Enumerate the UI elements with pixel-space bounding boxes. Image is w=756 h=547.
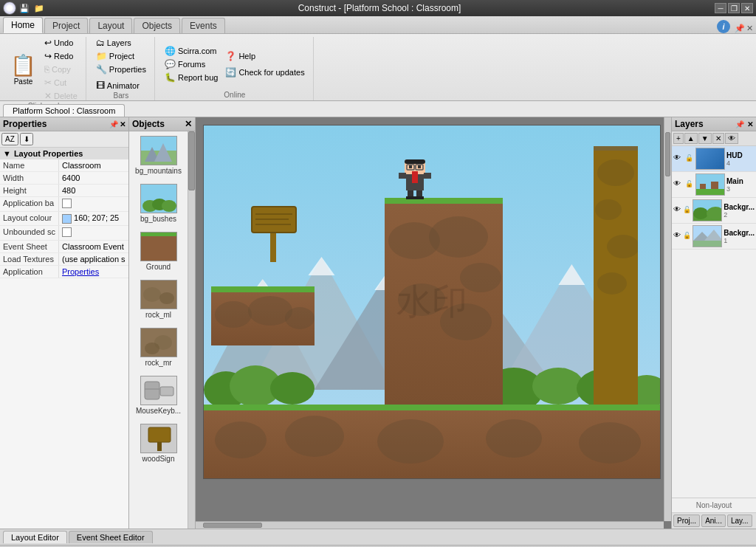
- toolbar-icon-open[interactable]: 📁: [34, 4, 44, 13]
- bottom-tab-layout-editor[interactable]: Layout Editor: [3, 531, 67, 543]
- canvas-vscrollbar-thumb[interactable]: [665, 132, 670, 176]
- svg-point-49: [595, 199, 622, 220]
- object-item-bgbushes[interactable]: bg_bushes: [132, 182, 185, 224]
- cut-button[interactable]: ✂ Cut: [42, 77, 80, 89]
- properties-bar-button[interactable]: 🔧 Properties: [94, 63, 148, 75]
- object-item-rockmr[interactable]: rock_mr: [132, 326, 185, 368]
- layer-item-hud[interactable]: 👁 🔓 HUD 4: [672, 146, 756, 172]
- prop-value-loadtex[interactable]: (use application s: [59, 253, 128, 265]
- prop-value-application-link[interactable]: Properties: [59, 266, 128, 278]
- prop-value-unbounded[interactable]: [59, 226, 128, 240]
- online-col-right: ❓ Help 🔄 Check for updates: [223, 50, 306, 78]
- layers-panel-header: Layers 📌 ✕: [672, 117, 756, 131]
- object-item-bgmountains[interactable]: bg_mountains: [132, 134, 185, 176]
- svg-point-30: [270, 372, 315, 405]
- restore-button[interactable]: ❐: [728, 3, 740, 13]
- objects-scrollbar-thumb[interactable]: [188, 131, 195, 190]
- prop-value-height[interactable]: 480: [59, 185, 128, 196]
- prop-label-loadtex: Load Textures: [0, 253, 59, 265]
- tab-objects[interactable]: Objects: [134, 18, 180, 33]
- canvas-hscrollbar[interactable]: [196, 521, 664, 529]
- layer-item-main[interactable]: 👁 🔓 Main 3: [672, 172, 756, 198]
- object-item-woodsign[interactable]: woodSign: [132, 422, 185, 464]
- object-item-ground[interactable]: Ground: [132, 230, 185, 272]
- appbg-checkbox[interactable]: [62, 199, 72, 208]
- bottom-tab-event-sheet-editor[interactable]: Event Sheet Editor: [69, 531, 153, 543]
- tab-project[interactable]: Project: [44, 18, 88, 33]
- canvas-vscrollbar[interactable]: [664, 117, 671, 521]
- objects-scrollbar[interactable]: [188, 131, 195, 529]
- anim-tab[interactable]: Ani...: [701, 515, 726, 527]
- layers-move-down-button[interactable]: ▼: [698, 133, 712, 144]
- project-bar-button[interactable]: 📁 Project: [94, 50, 148, 62]
- redo-button[interactable]: ↪ Redo: [42, 50, 80, 62]
- bottom-tabs: Layout Editor Event Sheet Editor: [0, 529, 756, 545]
- doc-tab-classroom[interactable]: Platform School : Classroom: [3, 104, 125, 117]
- close-button[interactable]: ✕: [741, 3, 753, 13]
- delete-button[interactable]: ✕ Delete: [42, 90, 80, 102]
- object-item-mousekeyb[interactable]: MouseKeyb...: [132, 374, 185, 416]
- layers-add-button[interactable]: +: [673, 133, 684, 144]
- canvas-hscrollbar-thumb[interactable]: [203, 523, 262, 528]
- minimize-button[interactable]: ─: [715, 3, 726, 13]
- properties-panel-header: Properties 📌 ✕: [0, 117, 128, 131]
- window-buttons[interactable]: ─ ❐ ✕: [715, 3, 753, 13]
- forums-button[interactable]: 💬 Forums: [162, 58, 220, 70]
- layer-info-main: Main 3: [726, 177, 743, 193]
- layers-pin-button[interactable]: 📌: [735, 120, 744, 128]
- report-bug-label: Report bug: [178, 73, 218, 82]
- layer-lock-bg1[interactable]: 🔓: [683, 232, 691, 241]
- svg-rect-6: [141, 236, 176, 261]
- report-bug-button[interactable]: 🐛 Report bug: [162, 72, 220, 83]
- prop-value-layoutcolor[interactable]: 160; 207; 25: [59, 212, 128, 225]
- undo-button[interactable]: ↩ Undo: [42, 37, 80, 49]
- section-collapse-icon[interactable]: ▼: [3, 149, 11, 158]
- layer-lock-hud[interactable]: 🔓: [685, 154, 694, 163]
- object-item-rockml[interactable]: rock_ml: [132, 278, 185, 320]
- tab-home[interactable]: Home: [3, 17, 43, 33]
- copy-button[interactable]: ⎘ Copy: [42, 63, 80, 75]
- objects-close-button[interactable]: ✕: [185, 119, 192, 129]
- layers-move-up-button[interactable]: ▲: [684, 133, 698, 144]
- toolbar-icon-save[interactable]: 💾: [19, 4, 30, 13]
- game-canvas[interactable]: 水印: [203, 125, 661, 479]
- layer-vis-bg2[interactable]: 👁: [673, 205, 681, 216]
- tab-layout[interactable]: Layout: [89, 18, 132, 33]
- layer-lock-bg2[interactable]: 🔓: [683, 206, 691, 215]
- properties-sort-cat-button[interactable]: ⬇: [20, 133, 33, 145]
- layers-bar-button[interactable]: 🗂 Layers: [94, 37, 148, 49]
- unbounded-checkbox[interactable]: [62, 227, 72, 237]
- prop-value-eventsheet[interactable]: Classroom Event: [59, 241, 128, 252]
- lay-tab[interactable]: Lay...: [727, 515, 752, 527]
- layer-item-bg1[interactable]: 👁 🔓 Backgr... 1: [672, 224, 756, 250]
- layer-vis-hud[interactable]: 👁: [673, 154, 684, 164]
- layout-color-swatch[interactable]: [62, 214, 72, 224]
- prop-value-appbg[interactable]: [59, 197, 128, 211]
- ribbon-close-button[interactable]: ✕: [746, 24, 753, 33]
- ribbon-unpin-button[interactable]: 📌: [735, 24, 745, 33]
- layer-info-bg2: Backgr... 2: [724, 203, 755, 219]
- paste-button[interactable]: 📋 Paste: [7, 52, 39, 87]
- layer-item-bg2[interactable]: 👁 🔓 Backgr... 2: [672, 198, 756, 224]
- check-updates-button[interactable]: 🔄 Check for updates: [223, 66, 306, 78]
- layer-lock-main[interactable]: 🔓: [685, 180, 694, 189]
- help-button[interactable]: ❓ Help: [223, 50, 306, 62]
- cut-label: Cut: [54, 78, 66, 87]
- properties-pin-button[interactable]: 📌: [109, 120, 118, 128]
- layers-visibility-button[interactable]: 👁: [725, 133, 738, 144]
- layer-vis-main[interactable]: 👁: [673, 179, 684, 190]
- properties-close-button[interactable]: ✕: [120, 120, 126, 128]
- layer-vis-bg1[interactable]: 👁: [673, 231, 681, 241]
- scirra-button[interactable]: 🌐 Scirra.com: [162, 45, 220, 57]
- layers-close-button[interactable]: ✕: [747, 120, 753, 128]
- tab-events[interactable]: Events: [182, 18, 225, 33]
- properties-sort-az-button[interactable]: AZ: [1, 133, 18, 145]
- layers-delete-button[interactable]: ✕: [712, 133, 724, 144]
- help-icon-button[interactable]: i: [717, 20, 730, 33]
- proj-tab[interactable]: Proj...: [673, 515, 700, 527]
- prop-value-name[interactable]: Classroom: [59, 159, 128, 171]
- prop-value-width[interactable]: 6400: [59, 172, 128, 184]
- animator-bar-button[interactable]: 🎞 Animator: [94, 80, 148, 92]
- svg-rect-62: [424, 173, 431, 179]
- svg-point-8: [143, 287, 161, 302]
